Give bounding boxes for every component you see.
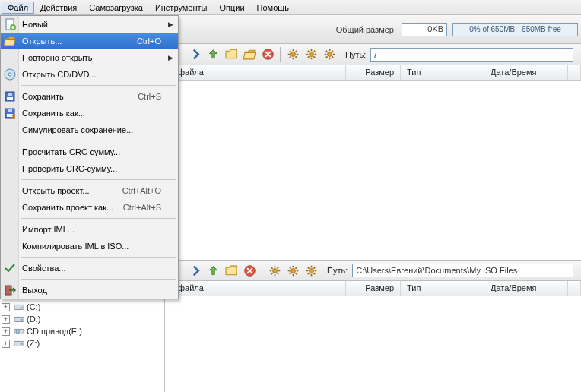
cddrive-icon	[14, 326, 24, 337]
menu-item-7[interactable]: Симулировать сохранение...	[1, 122, 178, 138]
menu-item-label: Открыть проект...	[22, 186, 122, 195]
nav-folder-icon[interactable]	[223, 46, 240, 63]
menu-item-1[interactable]: Открыть...Ctrl+O	[1, 33, 178, 49]
drive-icon	[14, 314, 24, 324]
disk-icon	[4, 90, 16, 103]
menu-item-label: Симулировать сохранение...	[22, 125, 161, 134]
local-path-label: Путь:	[327, 266, 348, 275]
tree-label: (C:)	[27, 302, 40, 311]
lnav-delete-icon[interactable]	[241, 262, 258, 279]
lnav-gear3-icon[interactable]	[303, 262, 319, 279]
nav-up-icon[interactable]	[205, 46, 221, 63]
tree-expander[interactable]: +	[2, 303, 10, 311]
file-menu-dropdown[interactable]: Новый▶Открыть...Ctrl+OПовторно открыть▶О…	[0, 15, 179, 299]
nav-gear1-icon[interactable]	[284, 46, 301, 63]
menu-item-6[interactable]: Сохранить как...	[1, 105, 178, 122]
nav-fwd-icon[interactable]	[186, 46, 203, 63]
menu-file[interactable]: Файл	[2, 2, 34, 14]
check-icon	[4, 262, 16, 274]
menu-item-label: Повторно открыть	[22, 53, 161, 62]
menu-item-shortcut: Ctrl+Alt+O	[122, 186, 161, 195]
lnav-fwd-icon[interactable]	[186, 262, 203, 279]
size-value: 0KB	[402, 23, 447, 36]
lcol-size[interactable]: Размер	[346, 281, 401, 296]
lcol-date[interactable]: Дата/Время	[484, 281, 568, 296]
menu-item-2[interactable]: Повторно открыть▶	[1, 49, 178, 66]
tree-label: (Z:)	[27, 339, 40, 348]
menu-separator	[21, 85, 176, 86]
iso-path-value[interactable]: /	[370, 48, 573, 62]
tree-item[interactable]: +CD привод(E:)	[2, 325, 163, 337]
drive-icon	[14, 338, 24, 349]
tree-expander[interactable]: +	[2, 340, 10, 348]
col-size[interactable]: Размер	[346, 65, 401, 80]
submenu-arrow-icon: ▶	[168, 21, 173, 28]
tree-label: (D:)	[27, 315, 40, 324]
menu-options[interactable]: Опции	[213, 2, 250, 14]
lnav-gear2-icon[interactable]	[284, 262, 301, 279]
iso-path-label: Путь:	[345, 50, 366, 59]
folder-open-icon	[4, 35, 16, 47]
menu-item-label: Импорт IML...	[22, 225, 161, 234]
menu-item-16[interactable]: Компилировать IML в ISO...	[1, 238, 178, 254]
col-type[interactable]: Тип	[401, 65, 484, 80]
lnav-up-icon[interactable]	[205, 262, 221, 279]
menu-item-3[interactable]: Открыть CD/DVD...	[1, 66, 178, 83]
drive-icon	[14, 302, 24, 312]
menu-item-15[interactable]: Импорт IML...	[1, 221, 178, 238]
menu-item-13[interactable]: Сохранить проект как...Ctrl+Alt+S	[1, 199, 178, 216]
menu-item-5[interactable]: СохранитьCtrl+S	[1, 88, 178, 105]
doc-new-icon	[4, 18, 16, 30]
menu-item-label: Сохранить	[22, 92, 138, 101]
right-pane: Путь: / я файла Размер Тип Дата/Время	[165, 44, 581, 392]
lcol-type[interactable]: Тип	[401, 281, 484, 296]
menu-item-10[interactable]: Проверить CRC-сумму...	[1, 160, 178, 177]
menu-item-20[interactable]: Выход	[1, 282, 178, 299]
lcol-name[interactable]: я файла	[165, 281, 346, 296]
menu-item-label: Компилировать IML в ISO...	[22, 242, 161, 251]
menu-actions[interactable]: Действия	[34, 2, 83, 14]
submenu-arrow-icon: ▶	[168, 54, 173, 62]
local-toolbar: Путь: C:\Users\Евгений\Documents\My ISO …	[165, 260, 581, 281]
menu-separator	[21, 279, 176, 280]
menu-item-shortcut: Ctrl+S	[138, 92, 161, 101]
tree-item[interactable]: +(Z:)	[2, 337, 163, 349]
lnav-folder-icon[interactable]	[223, 262, 240, 279]
exit-icon	[4, 284, 16, 296]
local-path-value[interactable]: C:\Users\Евгений\Documents\My ISO Files	[352, 264, 573, 277]
menu-item-label: Свойства...	[22, 264, 161, 273]
tree-expander[interactable]: +	[2, 315, 10, 324]
tree-item[interactable]: +(D:)	[2, 313, 163, 325]
menu-help[interactable]: Помощь	[251, 2, 296, 14]
menu-item-label: Проверить CRC-сумму...	[22, 164, 161, 173]
iso-toolbar: Путь: /	[165, 44, 581, 65]
menu-tools[interactable]: Инструменты	[149, 2, 214, 14]
tree-expander[interactable]: +	[2, 327, 10, 336]
menu-separator	[21, 218, 176, 219]
menu-item-12[interactable]: Открыть проект...Ctrl+Alt+O	[1, 182, 178, 199]
iso-grid-header: я файла Размер Тип Дата/Время	[165, 65, 581, 81]
col-date[interactable]: Дата/Время	[484, 65, 568, 80]
menu-separator	[21, 257, 176, 258]
nav-gear3-icon[interactable]	[321, 46, 338, 63]
local-grid-body[interactable]	[165, 296, 581, 392]
menu-item-label: Сохранить как...	[22, 109, 161, 118]
nav-delete-icon[interactable]	[259, 46, 276, 63]
nav-folderopen-icon[interactable]	[241, 46, 258, 63]
menu-item-label: Сохранить проект как...	[22, 203, 123, 212]
menu-item-0[interactable]: Новый▶	[1, 16, 178, 33]
tree-label: CD привод(E:)	[27, 327, 82, 336]
col-name[interactable]: я файла	[165, 65, 346, 80]
menu-item-9[interactable]: Просчитать CRC-сумму...	[1, 144, 178, 160]
menu-item-shortcut: Ctrl+O	[137, 36, 161, 46]
disk-as-icon	[4, 107, 16, 119]
lnav-gear1-icon[interactable]	[266, 262, 283, 279]
iso-grid-body[interactable]	[165, 81, 581, 260]
local-grid-header: я файла Размер Тип Дата/Время	[165, 281, 581, 296]
nav-gear2-icon[interactable]	[303, 46, 319, 63]
menu-item-label: Открыть CD/DVD...	[22, 70, 161, 79]
menu-autoload[interactable]: Самозагрузка	[83, 2, 149, 14]
tree-item[interactable]: +(C:)	[2, 301, 163, 313]
menu-item-label: Новый	[22, 20, 161, 29]
menu-item-18[interactable]: Свойства...	[1, 260, 178, 277]
